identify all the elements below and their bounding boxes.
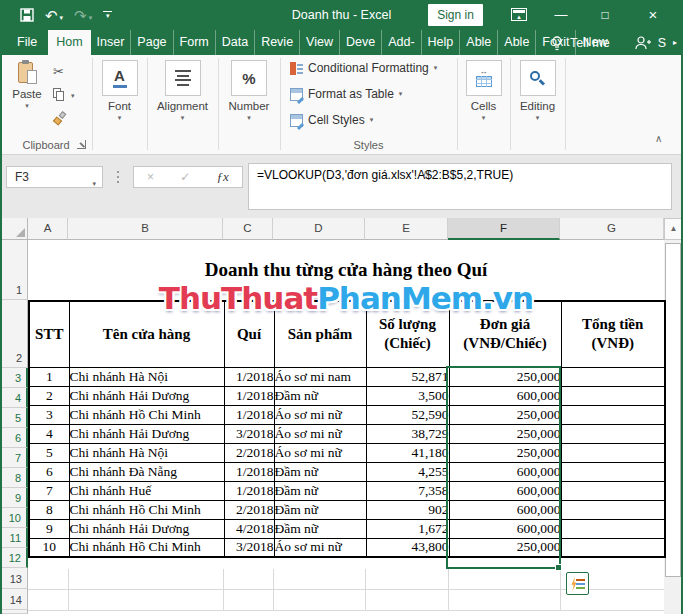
cell-G5[interactable] <box>561 405 665 424</box>
cell-F6[interactable]: 250,000 <box>449 424 561 443</box>
cell-G7[interactable] <box>561 443 665 462</box>
tab-view-7[interactable]: View <box>299 30 339 55</box>
conditional-formatting-button[interactable]: Conditional Formatting ▾ <box>290 61 437 75</box>
cell-F12[interactable]: 250,000 <box>449 538 561 557</box>
save-button[interactable] <box>20 8 34 22</box>
clipboard-dialog-launcher[interactable] <box>77 140 86 149</box>
editing-button[interactable]: Editing ▾ <box>510 60 565 122</box>
tab-form-4[interactable]: Form <box>173 30 215 55</box>
row-header-11[interactable]: 11 <box>0 528 28 548</box>
cell-G10[interactable] <box>561 500 665 519</box>
cell-E11[interactable]: 1,672 <box>366 519 449 538</box>
cell-B7[interactable]: Chi nhánh Hà Nội <box>69 443 224 462</box>
cell-G8[interactable] <box>561 462 665 481</box>
cell-G3[interactable] <box>561 367 665 386</box>
format-painter-button[interactable] <box>53 112 66 125</box>
row-header-1[interactable]: 1 <box>0 240 28 300</box>
row-header-7[interactable]: 7 <box>0 448 28 468</box>
cell-A4[interactable]: 2 <box>29 386 69 405</box>
cells-button[interactable]: ↔ Cells ▾ <box>457 60 510 122</box>
cell-D8[interactable]: Đầm nữ <box>274 462 366 481</box>
cell-C12[interactable]: 3/2018 <box>224 538 274 557</box>
cell-F3[interactable]: 250,000 <box>449 367 561 386</box>
cell-D7[interactable]: Áo sơ mi nữ <box>274 443 366 462</box>
copy-button[interactable] <box>53 88 65 101</box>
cell-styles-button[interactable]: Cell Styles ▾ <box>290 113 373 127</box>
cell-B3[interactable]: Chi nhánh Hà Nội <box>69 367 224 386</box>
collapse-ribbon-icon[interactable]: ∧ <box>655 133 662 144</box>
ribbon-display-options-button[interactable]: ▲ <box>511 8 527 21</box>
tab-page-3[interactable]: Page <box>130 30 172 55</box>
row-header-3[interactable]: 3 <box>0 368 28 388</box>
row-header-10[interactable]: 10 <box>0 508 28 528</box>
tab-inser-2[interactable]: Inser <box>91 30 131 55</box>
cell-B4[interactable]: Chi nhánh Hải Dương <box>69 386 224 405</box>
cell-G11[interactable] <box>561 519 665 538</box>
vertical-scrollbar-thumb[interactable] <box>665 243 681 577</box>
cell-F10[interactable]: 600,000 <box>449 500 561 519</box>
column-header-A[interactable]: A <box>28 218 68 240</box>
cell-C8[interactable]: 1/2018 <box>224 462 274 481</box>
cell-D5[interactable]: Áo sơ mi nữ <box>274 405 366 424</box>
cell-A11[interactable]: 9 <box>29 519 69 538</box>
customize-quick-access-button[interactable]: ▾ <box>103 11 112 20</box>
cell-B8[interactable]: Chi nhánh Đà Nẵng <box>69 462 224 481</box>
cell-D4[interactable]: Đầm nữ <box>274 386 366 405</box>
cell-F11[interactable]: 600,000 <box>449 519 561 538</box>
row-header-8[interactable]: 8 <box>0 468 28 488</box>
cell-G4[interactable] <box>561 386 665 405</box>
select-all-button[interactable] <box>0 218 28 240</box>
cell-E10[interactable]: 902 <box>366 500 449 519</box>
sign-in-button[interactable]: Sign in <box>428 4 483 26</box>
fill-handle[interactable] <box>555 564 562 571</box>
minimize-button[interactable]: — <box>548 0 574 30</box>
enter-check-icon[interactable]: ✓ <box>180 170 190 184</box>
cell-G6[interactable] <box>561 424 665 443</box>
cell-G9[interactable] <box>561 481 665 500</box>
cell-C7[interactable]: 2/2018 <box>224 443 274 462</box>
tab-deve-8[interactable]: Deve <box>339 30 381 55</box>
cell-G12[interactable] <box>561 538 665 557</box>
cell-B5[interactable]: Chi nhánh Hồ Chi Minh <box>69 405 224 424</box>
row-header-2[interactable]: 2 <box>0 300 28 368</box>
cell-D3[interactable]: Áo sơ mi nam <box>274 367 366 386</box>
cell-B10[interactable]: Chi nhánh Hồ Chi Minh <box>69 500 224 519</box>
cell-A6[interactable]: 4 <box>29 424 69 443</box>
column-header-E[interactable]: E <box>365 218 448 240</box>
maximize-button[interactable]: □ <box>592 0 618 30</box>
cell-E7[interactable]: 41,180 <box>366 443 449 462</box>
cell-D9[interactable]: Đầm nữ <box>274 481 366 500</box>
cell-B9[interactable]: Chi nhánh Huế <box>69 481 224 500</box>
cell-D12[interactable]: Áo sơ mi nữ <box>274 538 366 557</box>
tab-help-10[interactable]: Help <box>421 30 460 55</box>
tab-data-5[interactable]: Data <box>215 30 254 55</box>
tell-me-box[interactable]: Tell me <box>570 36 610 50</box>
row-header-5[interactable]: 5 <box>0 408 28 428</box>
undo-dropdown-icon[interactable]: ▾ <box>60 13 64 23</box>
name-box[interactable]: F3 ▾ <box>6 166 103 188</box>
cell-D11[interactable]: Đầm nữ <box>274 519 366 538</box>
collapse-formula-bar-icon[interactable]: ∧ <box>422 168 429 178</box>
column-header-F[interactable]: F <box>448 218 560 240</box>
cell-D10[interactable]: Đầm nữ <box>274 500 366 519</box>
cell-A7[interactable]: 5 <box>29 443 69 462</box>
cell-F4[interactable]: 600,000 <box>449 386 561 405</box>
tab-file-0[interactable]: File <box>6 30 48 55</box>
column-header-G[interactable]: G <box>560 218 664 240</box>
tab-able-12[interactable]: Able <box>497 30 535 55</box>
tab-add-9[interactable]: Add- <box>381 30 420 55</box>
formula-input[interactable]: =VLOOKUP(D3,'đơn giá.xlsx'!A$2:B$5,2,TRU… <box>248 163 672 210</box>
alignment-button[interactable]: Alignment ▾ <box>147 60 218 122</box>
cell-B6[interactable]: Chi nhánh Hải Dương <box>69 424 224 443</box>
row-header-4[interactable]: 4 <box>0 388 28 408</box>
cell-F5[interactable]: 250,000 <box>449 405 561 424</box>
tab-able-11[interactable]: Able <box>459 30 497 55</box>
tab-hom-1[interactable]: Hom <box>48 30 90 55</box>
cell-B12[interactable]: Chi nhánh Hồ Chi Minh <box>69 538 224 557</box>
column-header-D[interactable]: D <box>273 218 365 240</box>
share-button[interactable]: S <box>658 36 666 50</box>
cell-E4[interactable]: 3,500 <box>366 386 449 405</box>
column-header-C[interactable]: C <box>223 218 273 240</box>
cell-A9[interactable]: 7 <box>29 481 69 500</box>
cell-A8[interactable]: 6 <box>29 462 69 481</box>
